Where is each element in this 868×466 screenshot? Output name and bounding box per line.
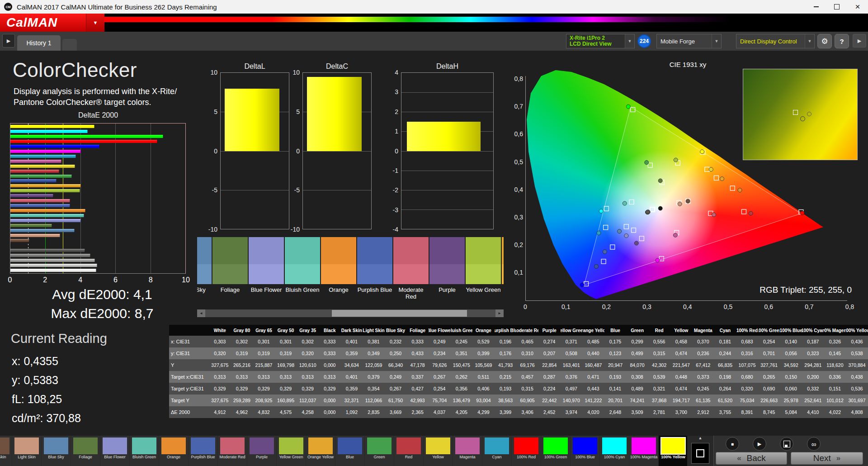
table-cell: 25,978 <box>780 395 802 406</box>
tab-new[interactable] <box>62 39 77 51</box>
patch-swatch-item[interactable]: Blue Sky <box>197 237 212 300</box>
table-cell: 0,436 <box>846 336 868 347</box>
patch-swatch-item[interactable]: Yellow Green <box>466 237 501 300</box>
table-cell: 2,835 <box>363 406 385 418</box>
patch-swatch <box>502 237 504 284</box>
patch-swatch-item[interactable]: Purplish Blue <box>357 237 392 300</box>
table-cell: 0,245 <box>451 336 473 347</box>
color-patch-button[interactable]: 100% Green <box>541 436 570 466</box>
table-row: Target y:CIE310,3290,3290,3290,3290,3290… <box>169 383 868 395</box>
color-patch-button[interactable]: Purplish Blue <box>189 436 217 466</box>
meter-dropdown[interactable]: X-Rite i1Pro 2 LCD Direct View ▼ <box>566 34 635 48</box>
collapse-icon[interactable]: ▲ <box>698 436 703 440</box>
color-patch-button[interactable]: 100% Blue <box>571 436 599 466</box>
pattern-window-button[interactable] <box>691 443 709 464</box>
table-cell: 122,059 <box>363 359 385 371</box>
measured-point <box>580 283 584 287</box>
deltae-bar-row <box>10 259 185 262</box>
table-cell: 4,410 <box>802 406 824 418</box>
maximize-button[interactable] <box>826 0 847 14</box>
table-cell: 84,070 <box>626 359 648 371</box>
patch-swatch-item[interactable]: Moderate Red <box>393 237 429 300</box>
color-patch-button[interactable]: Dark Skin <box>0 436 12 466</box>
patch-swatch-item[interactable]: Foliage <box>212 237 248 300</box>
workflow-dropdown[interactable]: Direct Display Control ▼ <box>736 34 815 48</box>
settings-button[interactable]: ⚙ <box>817 34 832 48</box>
table-cell: 0,265 <box>758 371 780 383</box>
patch-swatch-item[interactable]: Orange Yellow <box>502 237 504 300</box>
scrollbar-thumb[interactable] <box>332 310 467 317</box>
table-cell: 160,487 <box>582 359 604 371</box>
gridline <box>401 151 493 152</box>
color-patch-button[interactable]: Cyan <box>482 436 511 466</box>
color-patch-button[interactable]: 100% Cyan <box>600 436 629 466</box>
patch-label: Cyan <box>482 455 511 464</box>
help-button[interactable]: ? <box>835 34 849 48</box>
measured-point <box>656 258 660 262</box>
source-dropdown-label: Mobile Forge <box>657 38 695 45</box>
logo-menu-button[interactable]: ▼ <box>86 14 104 32</box>
color-patch-button[interactable]: Blue Flower <box>100 436 129 466</box>
color-patch-button[interactable]: Red <box>394 436 423 466</box>
color-patch-button[interactable]: Blue <box>335 436 364 466</box>
patch-swatch-item[interactable]: Purple <box>429 237 465 300</box>
color-patch-button[interactable]: Light Skin <box>12 436 41 466</box>
table-cell: 2,452 <box>538 406 561 418</box>
next-button[interactable]: Next » <box>791 452 863 465</box>
tab-scroll-left-button[interactable]: ▶ <box>2 34 15 48</box>
table-cell: 0,123 <box>604 347 627 359</box>
table-cell: 0,000 <box>319 395 341 406</box>
table-cell: 0,354 <box>363 383 385 395</box>
close-button[interactable]: × <box>847 0 868 14</box>
patch-label: Green <box>365 455 394 464</box>
source-dropdown[interactable]: Mobile Forge ▼ <box>656 34 722 48</box>
table-cell: 0,332 <box>802 383 824 395</box>
color-patch-button[interactable]: Purple <box>247 436 276 466</box>
tab-scroll-right-button[interactable]: ▶ <box>853 34 866 48</box>
color-patch-button[interactable]: Moderate Red <box>218 436 247 466</box>
table-cell: 4,020 <box>582 406 604 418</box>
scroll-right-button[interactable]: ► <box>495 309 504 317</box>
table-cell: 4,037 <box>429 406 451 418</box>
y-axis-ticks: 1050-5-10 <box>288 72 301 229</box>
deltae-bar-row <box>10 209 185 212</box>
color-patch-button[interactable]: 100% Yellow <box>659 436 687 466</box>
color-patch-button[interactable]: Orange <box>159 436 188 466</box>
patch-swatch-item[interactable]: Orange <box>321 237 356 300</box>
table-col-header: Magenta <box>692 325 714 336</box>
color-patch-button[interactable]: Yellow Green <box>277 436 306 466</box>
table-cell: 0,060 <box>780 383 802 395</box>
color-patch-button[interactable]: Bluish Green <box>130 436 159 466</box>
back-button[interactable]: « Back <box>716 452 787 465</box>
color-patch-button[interactable]: Green <box>365 436 394 466</box>
meter-count-badge[interactable]: 224 <box>637 34 651 48</box>
scroll-left-button[interactable]: ◄ <box>197 309 205 317</box>
color-patch-button[interactable]: Blue Sky <box>42 436 71 466</box>
table-cell: 3,669 <box>385 406 407 418</box>
deltae-bar-row <box>10 165 185 168</box>
play-button[interactable]: ▶ <box>753 437 766 451</box>
color-patch-button[interactable]: Magenta <box>453 436 482 466</box>
color-patch-button[interactable]: Orange Yellow <box>306 436 335 466</box>
color-patch-button[interactable]: 100% Magenta <box>629 436 658 466</box>
patch-swatch-item[interactable]: Bluish Green <box>285 237 320 300</box>
color-patch-button[interactable]: Foliage <box>71 436 100 466</box>
patch-label: 100% Green <box>541 455 570 464</box>
save-button[interactable] <box>780 437 793 451</box>
patch-label: Blue Flower <box>100 455 129 464</box>
patch-swatch <box>250 437 274 454</box>
patch-swatch-item[interactable]: Blue Flower <box>249 237 284 300</box>
deltae-bar-row <box>10 254 185 257</box>
minimize-button[interactable] <box>806 0 826 14</box>
table-row-label: Target y:CIE31 <box>169 383 209 395</box>
color-patch-button[interactable]: Yellow <box>424 436 453 466</box>
patch-strip-scrollbar[interactable]: ◄ ► <box>197 309 504 317</box>
stop-button[interactable]: ■ <box>726 437 739 451</box>
continuous-measure-button[interactable]: ∞ <box>807 437 821 451</box>
tab-history-1[interactable]: History 1 <box>17 35 61 51</box>
table-cell: 0,329 <box>231 383 253 395</box>
table-cell: 0,329 <box>275 383 297 395</box>
table-cell: 0,539 <box>648 371 670 383</box>
table-cell: 136,479 <box>451 395 473 406</box>
color-patch-button[interactable]: 100% Red <box>512 436 541 466</box>
